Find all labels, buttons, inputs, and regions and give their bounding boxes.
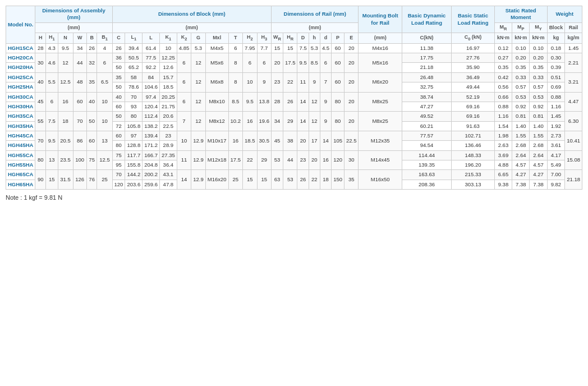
main-container: Model No. Dimensions of Assembly (mm) Di… xyxy=(0,0,588,206)
model-header: Model No. xyxy=(6,6,35,44)
note-text: Note : 1 kgf = 9.81 N xyxy=(6,194,582,201)
model-name: HGH35CA xyxy=(6,112,35,121)
table-row: HGH25CA 40 5.5 12.5 48 35 6.5 35 58 84 1… xyxy=(6,72,582,82)
h-rail-header: h xyxy=(309,33,320,44)
model-name: HGH20HA xyxy=(6,63,35,72)
assembly-unit: (mm) xyxy=(35,22,112,33)
model-name: HGH45CA xyxy=(6,131,35,140)
table-row: HGH35CA 55 7.5 18 70 50 10 50 80 112.4 2… xyxy=(6,112,582,121)
mp-unit: kN·m xyxy=(512,33,530,44)
my-header: MY xyxy=(530,22,547,33)
c-header: C xyxy=(112,33,125,44)
mp-header: MP xyxy=(512,22,530,33)
l-header: L xyxy=(143,33,160,44)
hr-header: HR xyxy=(283,33,297,44)
specifications-table: Model No. Dimensions of Assembly (mm) Di… xyxy=(6,6,582,190)
model-name: HGH65CA xyxy=(6,170,35,180)
mounting-unit: (mm) xyxy=(359,33,402,44)
model-name: HGH55CA xyxy=(6,150,35,160)
p-header: P xyxy=(332,33,344,44)
rail-unit-kgm: kg/m xyxy=(565,33,582,44)
basic-static-header: Basic Static Load Rating xyxy=(452,6,495,33)
table-row: HGH20CA 30 4.6 12 44 32 6 36 50.5 77.5 1… xyxy=(6,53,582,63)
e-header: E xyxy=(344,33,359,44)
model-name: HGH65HA xyxy=(6,180,35,189)
g-header: G xyxy=(191,33,206,44)
l1-header: L1 xyxy=(125,33,143,44)
table-row: HGH45CA 70 9.5 20.5 86 60 13 60 97 139.4… xyxy=(6,131,582,140)
mounting-bolt-header: Mounting Bolt for Rail xyxy=(359,6,402,33)
block-unit: (mm) xyxy=(112,22,272,33)
model-name: HGH35HA xyxy=(6,121,35,131)
h2-header: H2 xyxy=(243,33,258,44)
basic-dynamic-header: Basic Dynamic Load Rating xyxy=(402,6,451,33)
static-moment-header: Static Rated Moment xyxy=(494,6,547,23)
n-header: N xyxy=(58,33,73,44)
my-unit: kN·m xyxy=(530,33,547,44)
c0-kn-header: C0 (kN) xyxy=(452,33,495,44)
model-name: HGH55HA xyxy=(6,160,35,169)
d-small-header: d xyxy=(320,33,331,44)
model-name: HGH45HA xyxy=(6,141,35,150)
mr-unit: kN·m xyxy=(494,33,512,44)
mxl-header: Mxl xyxy=(205,33,228,44)
rail-weight-header: Rail xyxy=(565,22,582,33)
dim-block-header: Dimensions of Block (mm) xyxy=(112,6,272,23)
table-row: HGH65CA 90 15 31.5 126 76 25 70 144.2 20… xyxy=(6,170,582,180)
rail-unit: (mm) xyxy=(272,22,359,33)
t-header: T xyxy=(228,33,243,44)
wr-header: WR xyxy=(272,33,283,44)
table-row: HGH55CA 80 13 23.5 100 75 12.5 75 117.7 … xyxy=(6,150,582,160)
h1-header: H1 xyxy=(46,33,58,44)
table-row: HGH30CA 45 6 16 60 40 10 40 70 97.4 20.2… xyxy=(6,92,582,102)
h3-header: H3 xyxy=(257,33,272,44)
b1-header: B1 xyxy=(97,33,112,44)
model-name: HGH25HA xyxy=(6,82,35,92)
c-kn-header: C(kN) xyxy=(402,33,451,44)
w-header: W xyxy=(73,33,86,44)
block-unit-kg: kg xyxy=(547,33,565,44)
b-header: B xyxy=(86,33,97,44)
table-row: HGH15CA 28 4.3 9.5 34 26 4 26 39.4 61.4 … xyxy=(6,43,582,53)
d-header: D xyxy=(297,33,309,44)
model-name: HGH20CA xyxy=(6,53,35,63)
k2-header: K2 xyxy=(177,33,191,44)
k1-header: K1 xyxy=(159,33,177,44)
dim-rail-header: Dimensions of Rail (mm) xyxy=(272,6,359,23)
block-weight-header: Block xyxy=(547,22,565,33)
model-name: HGH15CA xyxy=(6,43,35,53)
weight-header: Weight xyxy=(547,6,582,23)
h-header: H xyxy=(35,33,46,44)
dim-assembly-header: Dimensions of Assembly (mm) xyxy=(35,6,112,23)
mr-header: MR xyxy=(494,22,512,33)
model-name: HGH30CA xyxy=(6,92,35,102)
model-name: HGH25CA xyxy=(6,72,35,82)
model-name: HGH30HA xyxy=(6,102,35,111)
